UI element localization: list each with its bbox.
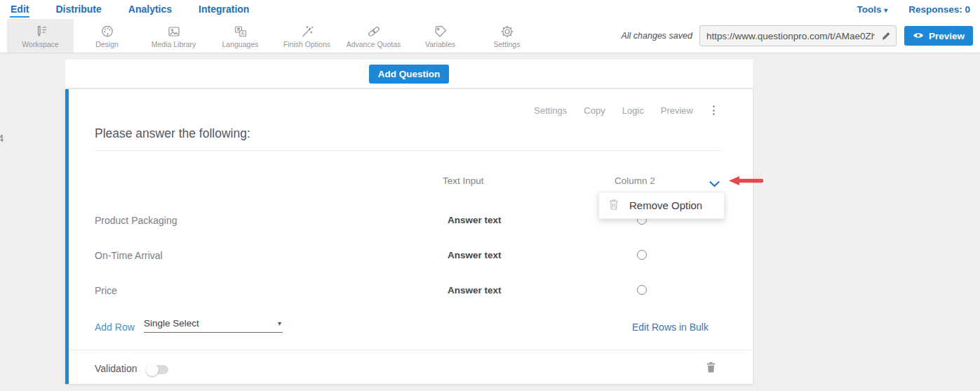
more-options-icon[interactable] [710,104,718,117]
toolbar-item-label: Workspace [22,40,58,48]
remove-option-item[interactable]: Remove Option [629,199,702,211]
column-header-column2[interactable]: Column 2 [615,175,655,186]
title-divider [95,150,721,151]
toolbar-item-design[interactable]: Design [74,19,140,53]
answer-text-field[interactable]: Answer text [448,250,502,260]
responses-link[interactable]: Responses: 0 [908,4,970,15]
toolbar-item-label: Advance Quotas [347,40,401,48]
toolbar-item-label: Languages [222,40,259,48]
edit-rows-in-bulk-link[interactable]: Edit Rows in Bulk [632,322,709,333]
footer-divider [69,350,751,350]
question-card: Settings Copy Logic Preview Please answe… [65,89,753,384]
question-logic-link[interactable]: Logic [622,105,644,116]
settings-icon [499,24,515,39]
design-icon [100,24,115,39]
tools-menu[interactable]: Tools ▾ [857,4,887,15]
nav-tab-edit[interactable]: Edit [10,1,29,18]
media-library-icon [166,24,182,39]
row-type-value: Single Select [144,318,199,329]
toolbar-item-label: Variables [425,40,455,48]
answer-text-field[interactable]: Answer text [448,215,502,225]
toolbar-item-settings[interactable]: Settings [474,19,540,53]
row-type-select[interactable]: Single Select ▾ [144,317,283,333]
toolbar-item-advance-quotas[interactable]: Advance Quotas [340,19,407,53]
question-actions: Settings Copy Logic Preview [534,104,718,117]
radio-button[interactable] [637,250,647,260]
edit-url-pencil-icon[interactable] [881,31,891,44]
advance-quotas-icon [366,24,382,39]
save-status: All changes saved [622,31,692,41]
svg-text:A: A [241,31,244,36]
chevron-down-icon[interactable] [709,178,720,190]
add-row-link[interactable]: Add Row [95,322,135,333]
toolbar-item-finish-options[interactable]: Finish Options [274,19,340,53]
caret-down-icon: ▾ [884,6,887,14]
question-number: 4 [0,132,4,144]
nav-tab-distribute[interactable]: Distribute [55,1,102,18]
toolbar-item-variables[interactable]: Variables [407,19,474,53]
top-nav: Edit Distribute Analytics Integration To… [0,0,980,19]
validation-toggle[interactable] [147,365,168,374]
eye-icon [913,31,924,41]
question-copy-link[interactable]: Copy [584,105,605,116]
toolbar-item-label: Design [95,40,119,48]
caret-down-icon: ▾ [278,319,281,327]
nav-right: Tools ▾ Responses: 0 [857,4,970,15]
delete-question-trash-icon[interactable] [706,361,716,376]
nav-tab-analytics[interactable]: Analytics [128,1,173,18]
trash-icon [599,198,629,213]
nav-menu: Edit Distribute Analytics Integration [10,1,250,18]
variables-icon [433,24,448,39]
workspace-page: 4 Add Question Settings Copy Logic Previ… [0,53,980,391]
toolbar-item-workspace[interactable]: Workspace [7,19,74,53]
row-label[interactable]: On-Time Arrival [95,250,163,261]
workspace-icon [33,24,48,39]
annotation-arrow-icon [729,175,764,189]
question-preview-link[interactable]: Preview [661,105,693,116]
toolbar-item-label: Finish Options [283,40,330,48]
row-label[interactable]: Product Packaging [95,215,177,226]
finish-options-icon [300,24,315,39]
toolbar-item-label: Settings [494,40,521,48]
column-header-text-input[interactable]: Text Input [443,175,484,186]
answer-text-field[interactable]: Answer text [448,285,502,296]
languages-icon: A [233,24,248,39]
column-context-menu: Remove Option [598,192,725,219]
row-label[interactable]: Price [95,285,117,296]
edit-toolbar: Workspace Design Media Library [0,19,980,53]
add-question-button[interactable]: Add Question [369,65,450,84]
survey-url-box [699,25,897,46]
validation-label: Validation [95,363,137,374]
survey-url-input[interactable] [699,25,897,46]
preview-button[interactable]: Preview [904,26,973,46]
question-title[interactable]: Please answer the following: [95,126,250,141]
toolbar-item-languages[interactable]: A Languages [207,19,274,53]
radio-button[interactable] [637,285,647,295]
add-question-bar: Add Question [65,60,753,88]
toolbar-right: All changes saved Preview [622,19,980,53]
toolbar-item-media-library[interactable]: Media Library [140,19,207,53]
nav-tab-integration[interactable]: Integration [198,1,250,18]
question-settings-link[interactable]: Settings [534,105,567,116]
toolbar-item-label: Media Library [152,40,196,48]
